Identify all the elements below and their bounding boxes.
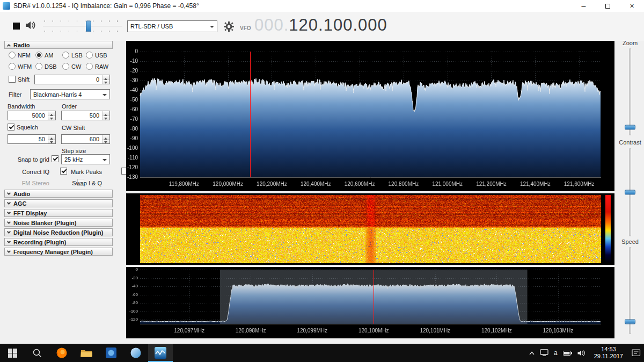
app-icon: [3, 2, 10, 10]
if-spectrum-panel: [126, 267, 614, 338]
rf-spectrum-panel: [126, 41, 614, 191]
taskbar-sdrsharp-active[interactable]: [148, 344, 173, 362]
step-size-select[interactable]: 25 kHz: [61, 154, 110, 164]
shift-checkbox[interactable]: Shift: [9, 76, 30, 83]
blue-app-icon: [105, 347, 117, 359]
taskbar-file-explorer-icon[interactable]: [74, 344, 99, 362]
speed-slider[interactable]: [616, 247, 644, 334]
device-select[interactable]: RTL-SDR / USB: [127, 20, 217, 32]
stop-button[interactable]: [10, 19, 23, 32]
spin-down-icon[interactable]: [103, 140, 109, 144]
dropdown-arrow-icon: [103, 159, 107, 163]
mode-radio-am[interactable]: AM: [35, 52, 54, 59]
radio-button: [35, 52, 42, 59]
taskbar-clock[interactable]: 14:53 29.11.2017: [594, 346, 623, 360]
step-size-label: Step size: [62, 148, 86, 154]
zoom-label: Zoom: [616, 40, 644, 46]
sdrsharp-window: SDR# v1.0.0.1254 - IQ Imbalance: Gain = …: [0, 0, 644, 362]
ime-language-icon[interactable]: a: [554, 350, 558, 356]
mode-radio-cw[interactable]: CW: [62, 63, 81, 70]
volume-icon[interactable]: [577, 350, 586, 357]
swap-iq-label: Swap I & Q: [58, 180, 102, 186]
mode-label: USB: [95, 52, 107, 59]
agc-panel-header[interactable]: AGC: [4, 199, 113, 207]
radio-panel-header[interactable]: Radio: [4, 41, 113, 49]
shift-input[interactable]: 0: [34, 75, 110, 84]
volume-slider[interactable]: [42, 19, 123, 33]
battery-icon[interactable]: [563, 351, 572, 356]
digital-noise-reduction-panel-header[interactable]: Digital Noise Reduction (Plugin): [4, 228, 113, 236]
mode-label: RAW: [95, 63, 108, 70]
rf-spectrum-canvas[interactable]: [126, 41, 614, 191]
panel-header-label: Frequency Manager (Plugin): [13, 249, 93, 255]
slider-ticks: [45, 31, 121, 32]
contrast-slider[interactable]: [616, 148, 644, 236]
shift-spinner[interactable]: [102, 75, 109, 84]
spin-up-icon[interactable]: [103, 75, 109, 80]
bandwidth-input[interactable]: 5000: [8, 111, 56, 120]
squelch-input[interactable]: 50: [8, 134, 56, 144]
taskbar-pinned-app-icon-1[interactable]: [99, 344, 123, 362]
clock-date: 29.11.2017: [594, 353, 623, 360]
cw-shift-label: CW Shift: [62, 125, 85, 131]
mode-radio-wfm[interactable]: WFM: [9, 63, 32, 70]
order-input[interactable]: 500: [61, 111, 110, 120]
if-spectrum-canvas[interactable]: [126, 267, 614, 338]
spin-down-icon[interactable]: [103, 116, 109, 120]
recording-panel-header[interactable]: Recording (Plugin): [4, 238, 113, 246]
spin-up-icon[interactable]: [48, 111, 55, 116]
order-spinner[interactable]: [102, 111, 109, 120]
noise-blanker-panel-header[interactable]: Noise Blanker (Plugin): [4, 219, 113, 227]
cw-shift-spinner[interactable]: [102, 135, 109, 143]
search-button[interactable]: [25, 344, 49, 362]
speed-slider-thumb[interactable]: [625, 320, 635, 324]
action-center-icon[interactable]: [632, 349, 641, 357]
fm-stereo-label: FM Stereo: [4, 180, 49, 186]
network-monitor-icon[interactable]: [540, 349, 548, 357]
filter-select[interactable]: Blackman-Harris 4: [30, 89, 110, 99]
mode-radio-usb[interactable]: USB: [86, 52, 107, 59]
order-value: 500: [90, 112, 99, 119]
frequency-manager-panel-header[interactable]: Frequency Manager (Plugin): [4, 248, 113, 256]
sdrsharp-icon: [154, 346, 167, 359]
mode-radio-lsb[interactable]: LSB: [62, 52, 83, 59]
spin-down-icon[interactable]: [48, 140, 55, 144]
contrast-slider-thumb[interactable]: [625, 190, 635, 195]
configure-button[interactable]: [222, 20, 236, 32]
frequency-leading-zeros: 000.: [254, 16, 289, 34]
spin-down-icon[interactable]: [103, 80, 109, 84]
minimize-button[interactable]: –: [572, 0, 596, 12]
squelch-checkbox[interactable]: Squelch: [8, 124, 38, 131]
mode-radio-raw[interactable]: RAW: [86, 63, 108, 70]
mode-radio-nfm[interactable]: NFM: [9, 52, 31, 59]
cw-shift-input[interactable]: 600: [61, 134, 110, 144]
waterfall-colorbar: [605, 195, 611, 263]
radio-button: [86, 52, 93, 59]
hidden-icons-chevron[interactable]: [529, 351, 535, 355]
speed-label: Speed: [616, 238, 644, 245]
spin-up-icon[interactable]: [103, 111, 109, 116]
speaker-icon: [25, 20, 37, 32]
spin-down-icon[interactable]: [48, 116, 55, 120]
zoom-slider[interactable]: [616, 48, 644, 135]
snap-to-grid-checkbox[interactable]: [52, 155, 58, 162]
bandwidth-spinner[interactable]: [48, 111, 55, 120]
volume-slider-thumb[interactable]: [86, 21, 91, 32]
spin-up-icon[interactable]: [48, 135, 55, 140]
mode-radio-dsb[interactable]: DSB: [35, 63, 57, 70]
fft-display-panel-header[interactable]: FFT Display: [4, 209, 113, 217]
squelch-spinner[interactable]: [48, 135, 55, 143]
bandwidth-value: 5000: [32, 112, 45, 119]
waterfall-canvas[interactable]: [140, 195, 601, 263]
audio-panel-header[interactable]: Audio: [4, 190, 113, 198]
slider-track[interactable]: [43, 26, 122, 26]
spin-up-icon[interactable]: [103, 135, 109, 140]
taskbar-firefox-icon[interactable]: [49, 344, 74, 362]
zoom-slider-thumb[interactable]: [625, 125, 635, 130]
slider-track[interactable]: [629, 48, 631, 135]
frequency-display[interactable]: 000.120.100.000: [254, 16, 387, 35]
start-button[interactable]: [0, 344, 25, 362]
expand-icon: [7, 220, 11, 224]
taskbar-pinned-app-icon-2[interactable]: [123, 344, 148, 362]
control-panel: Radio NFM AM LSB USB WFM DSB CW RAW Shif…: [4, 41, 113, 339]
